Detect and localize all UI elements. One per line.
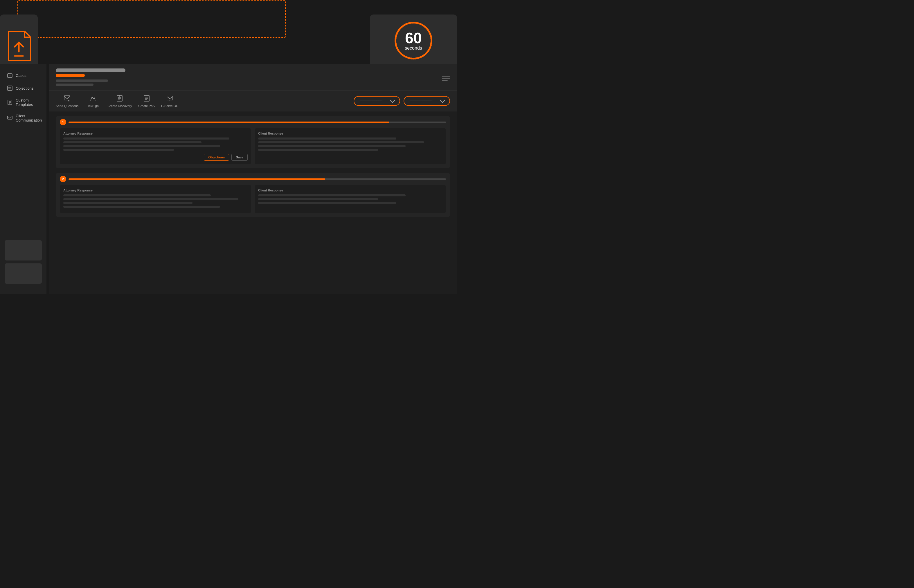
question-1-header: 1	[56, 116, 450, 128]
objections-icon	[7, 85, 13, 91]
menu-bar-1	[442, 76, 450, 77]
question-2-progress-fill	[68, 178, 325, 180]
attorney-response-panel-2: Attorney Response	[60, 185, 251, 213]
client-response-panel-1: Client Response	[254, 128, 446, 164]
sidebar-item-custom-templates[interactable]: Custom Templates	[2, 95, 44, 110]
file-upload-icon	[6, 30, 32, 62]
timer-label: seconds	[405, 45, 422, 51]
text-line	[63, 202, 193, 204]
title-sub-line-1	[56, 79, 108, 82]
text-line	[63, 198, 238, 200]
attorney-response-label-1: Attorney Response	[63, 132, 248, 135]
content-body: 1 Attorney Response Objections Save	[49, 111, 457, 226]
dropdown-1-text: ━━━━━━━━━━━	[360, 99, 382, 103]
text-line	[63, 149, 174, 151]
dropdown-2[interactable]: ━━━━━━━━━━━	[404, 96, 450, 106]
teksign-icon	[89, 94, 97, 102]
text-line	[258, 145, 406, 147]
send-questions-button[interactable]: Send Questions	[56, 94, 78, 108]
create-pos-icon	[143, 94, 151, 102]
dashed-border-decoration	[18, 0, 286, 38]
client-response-label-1: Client Response	[258, 132, 442, 135]
create-pos-label: Create PoS	[138, 104, 155, 108]
text-line	[258, 141, 424, 143]
header-title-block	[56, 68, 442, 87]
sidebar-bottom	[0, 240, 47, 288]
e-serve-oc-label: E-Serve OC	[161, 104, 178, 108]
title-sub-line-2	[56, 84, 94, 86]
text-line	[63, 137, 229, 139]
menu-icon[interactable]	[442, 76, 450, 81]
sidebar-cases-label: Cases	[16, 73, 26, 78]
main-content: Send Questions TekSign	[49, 64, 457, 294]
title-orange-line	[56, 74, 85, 77]
title-main-line	[56, 68, 125, 72]
svg-rect-17	[64, 96, 70, 100]
custom-templates-icon	[7, 100, 13, 105]
svg-rect-28	[167, 96, 173, 100]
panel-1-actions: Objections Save	[63, 154, 248, 161]
save-button-1[interactable]: Save	[232, 154, 248, 161]
client-communication-icon	[7, 115, 13, 121]
text-line	[258, 194, 406, 196]
sidebar-objections-label: Objections	[16, 86, 33, 90]
app-header	[49, 64, 457, 91]
text-line	[258, 198, 378, 200]
timer-text: 60 seconds	[405, 31, 422, 51]
dropdown-2-arrow	[440, 98, 445, 103]
teksign-label: TekSign	[88, 104, 99, 108]
send-questions-label: Send Questions	[56, 104, 78, 108]
question-card-1: 1 Attorney Response Objections Save	[56, 116, 450, 168]
create-discovery-label: Create Discovery	[107, 104, 132, 108]
cases-icon	[7, 73, 13, 78]
text-line	[63, 194, 211, 196]
text-line	[258, 202, 396, 204]
e-serve-oc-button[interactable]: E-Serve OC	[161, 94, 178, 108]
toolbar-dropdowns: ━━━━━━━━━━━ ━━━━━━━━━━━	[353, 96, 450, 106]
timer-card: 60 seconds	[370, 15, 457, 67]
timer-circle: 60 seconds	[393, 20, 434, 61]
toolbar-actions: Send Questions TekSign	[56, 94, 353, 108]
create-discovery-button[interactable]: Create Discovery	[107, 94, 132, 108]
teksign-button[interactable]: TekSign	[84, 94, 102, 108]
question-1-body: Attorney Response Objections Save Client…	[56, 128, 450, 168]
header-title-bar	[56, 68, 450, 87]
objections-button-1[interactable]: Objections	[204, 154, 229, 161]
timer-number: 60	[405, 31, 422, 45]
sidebar-custom-templates-label: Custom Templates	[16, 98, 39, 107]
create-pos-button[interactable]: Create PoS	[138, 94, 156, 108]
client-response-panel-2: Client Response	[254, 185, 446, 213]
question-1-progress-fill	[68, 121, 389, 123]
sidebar-item-client-communication[interactable]: Client Communication	[2, 111, 44, 125]
menu-bar-3	[442, 80, 448, 81]
question-2-body: Attorney Response Client Response	[56, 185, 450, 217]
send-questions-icon	[63, 94, 71, 102]
question-1-progress-bar	[68, 121, 446, 123]
client-response-label-2: Client Response	[258, 189, 442, 192]
text-line	[63, 141, 201, 143]
e-serve-oc-icon	[166, 94, 174, 102]
question-2-header: 2	[56, 173, 450, 185]
svg-rect-16	[8, 116, 12, 119]
text-line	[63, 145, 220, 147]
dropdown-1[interactable]: ━━━━━━━━━━━	[353, 96, 400, 106]
text-line	[258, 149, 378, 151]
dropdown-2-text: ━━━━━━━━━━━	[410, 99, 432, 103]
attorney-response-panel-1: Attorney Response Objections Save	[60, 128, 251, 164]
sidebar-item-cases[interactable]: Cases	[2, 69, 44, 81]
menu-bar-2	[442, 78, 450, 79]
question-1-number: 1	[60, 119, 66, 125]
attorney-response-label-2: Attorney Response	[63, 189, 248, 192]
text-line	[258, 137, 396, 139]
question-2-number: 2	[60, 176, 66, 182]
toolbar: Send Questions TekSign	[49, 91, 457, 111]
sidebar: Cases Objections Custom Templates	[0, 64, 47, 294]
sidebar-client-communication-label: Client Communication	[16, 114, 42, 123]
sidebar-thumbnail-2	[5, 263, 42, 284]
text-line	[63, 206, 220, 208]
create-discovery-icon	[115, 94, 124, 102]
sidebar-item-objections[interactable]: Objections	[2, 82, 44, 94]
sidebar-thumbnail-1	[5, 240, 42, 260]
question-card-2: 2 Attorney Response Client Response	[56, 173, 450, 217]
question-2-progress-bar	[68, 178, 446, 180]
